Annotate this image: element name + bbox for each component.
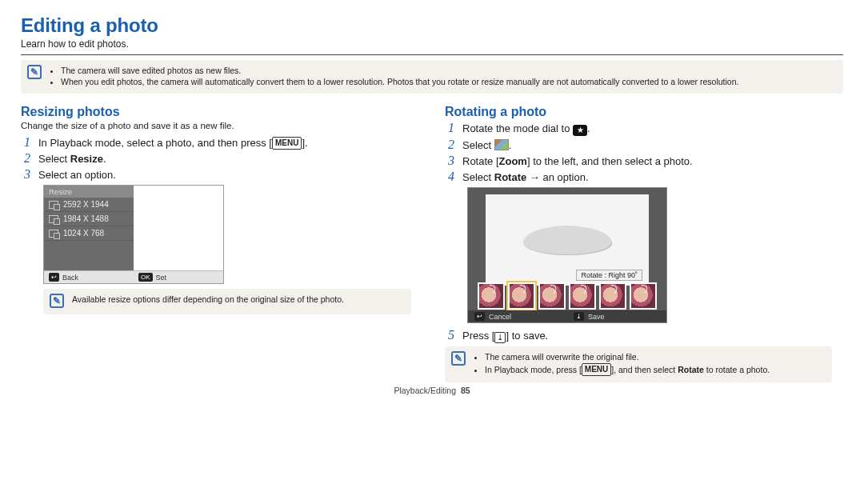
step-number: 5 [445, 328, 454, 342]
resize-ui-mock: Resize 2592 X 1944 1984 X 1488 1024 X 76… [43, 185, 224, 284]
top-note-item: The camera will save edited photos as ne… [61, 65, 738, 76]
step-bold: Rotate [494, 171, 526, 183]
step-text-frag: In Playback mode, select a photo, and th… [38, 137, 272, 149]
resolution-icon [49, 201, 58, 209]
col-resizing: Resizing photos Change the size of a pho… [21, 105, 419, 382]
step-text-frag: Select [462, 139, 494, 151]
note-icon: ✎ [50, 294, 64, 308]
rotate-thumb[interactable] [569, 282, 596, 310]
step-text: Select . [462, 139, 511, 151]
note-frag: to rotate a photo. [704, 365, 770, 374]
resize-back-button[interactable]: ↩Back [44, 271, 134, 283]
back-key-icon: ↩ [49, 273, 59, 282]
resolution-icon [49, 230, 58, 238]
col-rotating: Rotating a photo 1 Rotate the mode dial … [445, 105, 843, 382]
menu-chip: MENU [582, 363, 611, 376]
step-text: Select Rotate → an option. [462, 171, 589, 183]
note-bold: Rotate [678, 365, 704, 374]
step-text-frag: Rotate the mode dial to [462, 122, 573, 134]
step-number: 1 [445, 121, 454, 135]
save-icon: ⤓ [494, 332, 506, 343]
section-sub-resizing: Change the size of a photo and save it a… [21, 121, 419, 130]
step-text-frag: ]. [302, 137, 307, 149]
resize-option[interactable]: 1024 X 768 [44, 226, 134, 241]
rotate-cancel-button[interactable]: ↩Cancel [468, 310, 567, 322]
rotate-note-item: The camera will overwrite the original f… [485, 351, 770, 362]
page-intro: Learn how to edit photos. [21, 38, 843, 50]
step-text-frag: . [509, 139, 512, 151]
resize-option-label: 1984 X 1488 [63, 214, 109, 223]
footer-page: 85 [461, 386, 470, 395]
step-number: 4 [445, 170, 454, 184]
step-text-frag: ] to save. [506, 330, 548, 342]
resize-set-label: Set [156, 274, 167, 282]
step-number: 3 [21, 167, 30, 182]
divider [21, 54, 843, 55]
rotate-note-item: In Playback mode, press [MENU], and then… [485, 363, 770, 376]
footer-section: Playback/Editing [394, 386, 456, 395]
step-text-frag: Rotate [ [462, 155, 499, 167]
rotate-thumb[interactable] [630, 282, 657, 310]
step-text-frag: an option. [542, 171, 588, 183]
back-key-icon: ↩ [474, 312, 485, 321]
rotate-label: Rotate : Right 90˚ [576, 270, 642, 281]
resize-option-label: 2592 X 1944 [63, 200, 109, 209]
rotate-cancel-label: Cancel [489, 313, 511, 321]
rotate-save-label: Save [588, 313, 605, 321]
resize-option[interactable]: 2592 X 1944 [44, 198, 134, 212]
resize-note-box: ✎ Available resize options differ depend… [43, 289, 411, 314]
resize-ui-header: Resize [44, 186, 134, 198]
step-text: Select Resize. [38, 153, 106, 165]
rotate-thumb[interactable] [599, 282, 626, 310]
note-frag: In Playback mode, press [ [485, 365, 582, 374]
resize-option[interactable]: 1984 X 1488 [44, 212, 134, 226]
save-key-icon: ⤓ [574, 312, 584, 321]
step-number: 1 [21, 135, 30, 150]
arrow-icon: → [526, 171, 542, 183]
step-text: Select an option. [38, 169, 116, 181]
top-note-item: When you edit photos, the camera will au… [61, 76, 738, 87]
resize-preview [134, 186, 223, 270]
step-bold: Resize [70, 153, 103, 165]
step-text-frag: . [103, 153, 106, 165]
step-text-frag: Press [ [462, 330, 494, 342]
step-text-frag: Select [462, 171, 494, 183]
rotate-note-box: ✎ The camera will overwrite the original… [445, 346, 832, 382]
rotate-save-button[interactable]: ⤓Save [567, 310, 666, 322]
step-text-frag: . [587, 122, 590, 134]
page-footer: Playback/Editing 85 [21, 386, 843, 395]
ok-key-icon: OK [138, 273, 153, 282]
step-bold: Zoom [499, 155, 527, 167]
top-note-box: ✎ The camera will save edited photos as … [21, 60, 843, 94]
note-icon: ✎ [451, 351, 466, 366]
step-number: 3 [445, 154, 454, 168]
step-text: Rotate [Zoom] to the left, and then sele… [462, 155, 693, 167]
rotate-thumb-selected[interactable] [508, 282, 535, 310]
menu-chip: MENU [272, 137, 302, 150]
resolution-icon [49, 215, 58, 223]
step-text-frag: Select [38, 153, 70, 165]
step-text: Rotate the mode dial to ★. [462, 122, 590, 136]
step-text: In Playback mode, select a photo, and th… [38, 137, 308, 150]
page-title: Editing a photo [21, 14, 843, 37]
note-frag: ], and then select [611, 365, 678, 374]
section-heading-resizing: Resizing photos [21, 105, 419, 119]
resize-option-label: 1024 X 768 [63, 229, 104, 238]
rotate-thumb[interactable] [538, 282, 566, 310]
step-text: Press [⤓] to save. [462, 330, 548, 343]
resize-set-button[interactable]: OKSet [134, 271, 223, 283]
step-number: 2 [21, 151, 30, 166]
resize-back-label: Back [62, 274, 78, 282]
photo-edit-icon [494, 139, 509, 150]
mode-dial-icon: ★ [573, 125, 587, 136]
step-number: 2 [445, 138, 454, 152]
rotate-thumb-row [478, 282, 657, 310]
section-heading-rotating: Rotating a photo [445, 105, 843, 119]
rotate-ui-mock: Rotate : Right 90˚ ↩Cancel ⤓Save [467, 187, 667, 323]
resize-note-text: Available resize options differ dependin… [72, 294, 344, 305]
step-text-frag: ] to the left, and then select a photo. [527, 155, 693, 167]
rotate-thumb[interactable] [478, 282, 505, 310]
note-icon: ✎ [27, 65, 42, 79]
